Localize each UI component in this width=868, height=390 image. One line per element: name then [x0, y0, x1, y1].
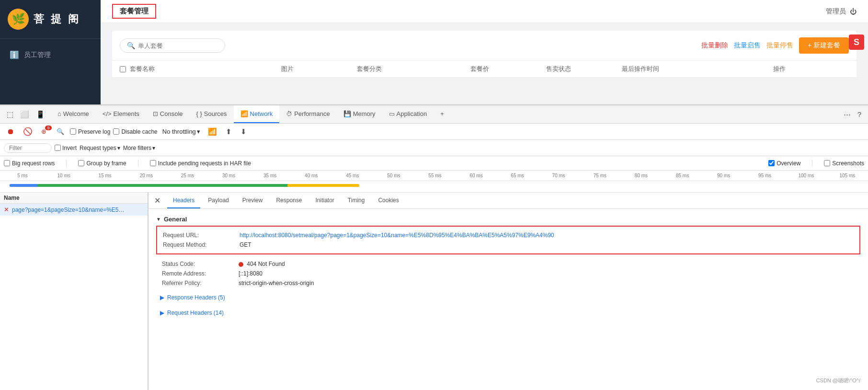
tab-network[interactable]: 📶 Network [234, 105, 280, 123]
more-filters-arrow-icon: ▾ [152, 145, 155, 151]
tab-memory[interactable]: 💾 Memory [337, 105, 382, 123]
devtools-dock-icon[interactable]: ⬚ [4, 108, 16, 121]
sidebar-item-label: 员工管理 [24, 51, 51, 59]
screenshots-check[interactable]: Screenshots [824, 160, 864, 167]
marker-14: 75 ms [579, 173, 620, 178]
tab-console[interactable]: ⊡ Console [146, 105, 190, 123]
timeline-bar-blue [10, 184, 38, 187]
remote-address-value: [::1]:8080 [239, 270, 263, 277]
new-package-button[interactable]: + 新建套餐 [799, 37, 849, 54]
response-headers-arrow-icon: ▶ [160, 294, 164, 301]
search-input[interactable] [138, 42, 218, 49]
group-by-frame-check[interactable]: Group by frame [78, 160, 126, 167]
select-all-checkbox[interactable] [120, 66, 126, 72]
application-icon: ▭ [389, 110, 395, 117]
request-headers-header[interactable]: ▶ Request Headers (14) [156, 307, 860, 319]
clear-button[interactable]: 🚫 [20, 126, 35, 138]
details-panel: ✕ Headers Payload Preview Response Initi… [148, 193, 868, 390]
detail-tab-timing[interactable]: Timing [342, 193, 371, 208]
top-bar-right: 管理员 ⏻ [826, 7, 857, 16]
col-name: 套餐名称 [130, 65, 281, 73]
elements-icon: </> [103, 110, 112, 117]
details-tabs: ✕ Headers Payload Preview Response Initi… [148, 193, 868, 209]
remote-address-label: Remote Address: [162, 270, 239, 277]
detail-tab-response[interactable]: Response [270, 193, 308, 208]
status-dot [239, 262, 243, 267]
network-icon: 📶 [240, 110, 248, 117]
filter-input[interactable] [4, 143, 52, 153]
marker-8: 45 ms [332, 173, 373, 178]
search-input-wrap: 🔍 [120, 38, 225, 53]
search-bar: 🔍 批量删除 批量启售 批量停售 + 新建套餐 [112, 31, 857, 60]
request-url-label: Request URL: [163, 232, 240, 239]
logo-text: 菩 提 阁 [34, 12, 80, 26]
detail-tab-preview[interactable]: Preview [237, 193, 269, 208]
timeline-ruler: 5 ms 10 ms 15 ms 20 ms 25 ms 30 ms 35 ms… [0, 171, 868, 181]
general-section-header[interactable]: ▼ General [156, 213, 860, 226]
status-code-value: 404 Not Found [239, 261, 285, 267]
top-bar: 套餐管理 管理员 ⏻ [101, 0, 868, 23]
col-status: 售卖状态 [546, 65, 622, 73]
big-request-rows-check[interactable]: Big request rows [4, 160, 55, 167]
devtools-help-icon[interactable]: ? [855, 108, 864, 120]
tab-elements[interactable]: </> Elements [96, 105, 146, 123]
col-time: 最后操作时间 [622, 65, 773, 73]
general-section-content: Request URL: http://localhost:8080/setme… [156, 226, 860, 254]
throttle-label: No throttling [162, 128, 196, 135]
error-icon: ✕ [4, 206, 9, 213]
wifi-icon[interactable]: 📶 [205, 126, 220, 138]
throttle-select[interactable]: No throttling ▾ [160, 127, 202, 136]
sidebar-menu: ℹ️ 员工管理 [0, 39, 101, 71]
marker-3: 20 ms [126, 173, 167, 178]
tab-add[interactable]: + [434, 105, 451, 123]
admin-label: 管理员 [826, 7, 846, 16]
referrer-policy-value: strict-origin-when-cross-origin [239, 280, 314, 287]
throttle-arrow-icon: ▾ [197, 128, 200, 135]
memory-icon: 💾 [343, 110, 351, 117]
csdn-watermark: CSDN @嗯嗯\^O^/ [816, 377, 860, 384]
tab-welcome[interactable]: ⌂ Welcome [51, 105, 96, 123]
power-icon[interactable]: ⏻ [850, 8, 857, 15]
row-name: page?page=1&pageSize=10&name=%E5%8... [12, 206, 127, 213]
network-row[interactable]: ✕ page?page=1&pageSize=10&name=%E5%8... [0, 204, 148, 216]
table-header: 套餐名称 图片 套餐分类 套餐价 售卖状态 最后操作时间 操作 [112, 60, 857, 77]
detail-tab-payload[interactable]: Payload [202, 193, 234, 208]
request-method-label: Request Method: [163, 241, 240, 248]
overview-check[interactable]: Overview [768, 160, 800, 167]
include-pending-check[interactable]: Include pending requests in HAR file [150, 160, 251, 167]
name-panel: Name ✕ page?page=1&pageSize=10&name=%E5%… [0, 193, 148, 390]
record-button[interactable]: ⏺ [4, 126, 17, 138]
preserve-log-check[interactable]: Preserve log [70, 128, 110, 135]
marker-15: 80 ms [620, 173, 662, 178]
batch-start-button[interactable]: 批量启售 [734, 41, 761, 50]
marker-13: 70 ms [538, 173, 579, 178]
disable-cache-check[interactable]: Disable cache [113, 128, 157, 135]
detail-tab-initiator[interactable]: Initiator [309, 193, 340, 208]
response-headers-section: ▶ Response Headers (5) [156, 290, 860, 305]
devtools-panel: ⬚ ⬜ 📱 ⌂ Welcome </> Elements ⊡ Console {… [0, 104, 868, 390]
devtools-checks-row: Big request rows Group by frame Include … [0, 156, 868, 171]
tab-performance[interactable]: ⏱ Performance [279, 105, 336, 123]
request-headers-section: ▶ Request Headers (14) [156, 305, 860, 321]
referrer-policy-label: Referrer Policy: [162, 280, 239, 287]
tab-sources[interactable]: { } Sources [190, 105, 234, 123]
error-count-button[interactable]: ⊕9 [38, 126, 51, 137]
search-filter-button[interactable]: 🔍 [54, 126, 67, 137]
detail-tab-cookies[interactable]: Cookies [372, 193, 404, 208]
more-filters-button[interactable]: More filters ▾ [123, 145, 155, 151]
invert-check[interactable]: Invert [55, 145, 77, 151]
request-types-button[interactable]: Request types ▾ [80, 145, 120, 151]
devtools-more-icon[interactable]: ⋯ [841, 108, 854, 121]
close-details-button[interactable]: ✕ [152, 194, 162, 207]
devtools-mobile-icon[interactable]: 📱 [33, 108, 48, 121]
upload-icon[interactable]: ⬆ [223, 126, 235, 138]
download-icon[interactable]: ⬇ [238, 126, 250, 138]
devtools-tabs: ⌂ Welcome </> Elements ⊡ Console { } Sou… [51, 105, 451, 123]
batch-delete-button[interactable]: 批量删除 [701, 41, 728, 50]
response-headers-header[interactable]: ▶ Response Headers (5) [156, 292, 860, 303]
tab-application[interactable]: ▭ Application [382, 105, 434, 123]
sidebar-item-employee[interactable]: ℹ️ 员工管理 [0, 45, 101, 65]
detail-tab-headers[interactable]: Headers [167, 193, 200, 208]
devtools-split-icon[interactable]: ⬜ [17, 108, 32, 121]
batch-stop-button[interactable]: 批量停售 [766, 41, 793, 50]
